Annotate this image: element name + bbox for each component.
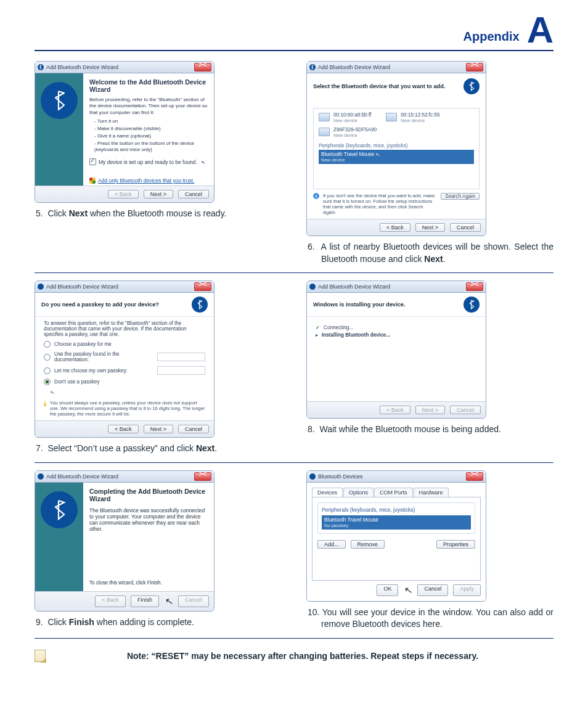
- passkey-warning: You should always use a passkey, unless …: [44, 400, 205, 417]
- group-label: Peripherals (keyboards, mice, joysticks): [322, 507, 471, 513]
- search-again-button[interactable]: Search Again: [441, 193, 480, 200]
- tab-com-ports[interactable]: COM Ports: [374, 488, 413, 497]
- back-button[interactable]: < Back: [108, 190, 139, 198]
- device-item-selected[interactable]: Bluetooth Travel Mouse No passkey: [322, 515, 471, 530]
- device-item[interactable]: 00:15:12:52:fc:55New device: [386, 112, 439, 123]
- cancel-button[interactable]: Cancel: [178, 425, 209, 433]
- device-item[interactable]: 00:10:60:a8:5b:ffNew device: [319, 112, 371, 123]
- titlebar: Add Bluetooth Device Wizard: [35, 471, 214, 483]
- device-category: Peripherals (keyboards, mice, joysticks): [319, 143, 474, 149]
- complete-intro: The Bluetooth device was successfully co…: [89, 507, 208, 532]
- next-button[interactable]: Next >: [144, 190, 173, 198]
- svg-point-3: [309, 284, 316, 290]
- add-button[interactable]: Add...: [317, 540, 346, 549]
- passkey-option-3[interactable]: Let me choose my own passkey:: [44, 366, 205, 375]
- device-list[interactable]: 00:10:60:a8:5b:ffNew device 00:15:12:52:…: [313, 108, 480, 189]
- cancel-button[interactable]: Cancel: [450, 223, 481, 232]
- page-header: Appendix A: [35, 12, 553, 47]
- step-8-cell: Add Bluetooth Device Wizard Windows is i…: [306, 280, 553, 455]
- wizard-body: Welcome to the Add Bluetooth Device Wiza…: [35, 73, 214, 186]
- passkey-input[interactable]: [157, 366, 205, 375]
- device-item[interactable]: Z96F329-5DF5A90New device: [319, 127, 474, 138]
- shield-icon: [89, 178, 96, 184]
- window-title: Add Bluetooth Device Wizard: [318, 64, 390, 70]
- step-10-text: 10. You will see your device in the wind…: [321, 607, 553, 631]
- cursor-icon: ↖: [164, 595, 174, 608]
- close-icon[interactable]: [466, 282, 483, 291]
- row-3: Add Bluetooth Device Wizard Completing t…: [35, 470, 553, 631]
- step-7-cell: Add Bluetooth Device Wizard Do you need …: [35, 280, 282, 455]
- close-icon[interactable]: [194, 472, 211, 481]
- tab-content: Peripherals (keyboards, mice, joysticks)…: [312, 497, 481, 581]
- step-5-text: 5. Click Next when the Bluetooth mouse i…: [49, 208, 282, 220]
- window-title: Add Bluetooth Device Wizard: [318, 284, 390, 290]
- radio-icon[interactable]: [44, 367, 51, 374]
- step-6-cell: Add Bluetooth Device Wizard Select the B…: [306, 61, 553, 265]
- close-icon[interactable]: [466, 63, 483, 72]
- wizard-content: Welcome to the Add Bluetooth Device Wiza…: [83, 73, 214, 186]
- search-hint: i If you don't see the device that you w…: [313, 193, 480, 215]
- dialog-commit-row: OK↖ Cancel Apply: [312, 584, 481, 596]
- cursor-icon: ↖: [49, 389, 55, 396]
- passkey-option-1[interactable]: Choose a passkey for me: [44, 341, 205, 348]
- titlebar: Add Bluetooth Device Wizard: [35, 62, 214, 73]
- wizard-buttons: < Back Next > Cancel: [307, 219, 486, 235]
- cancel-button[interactable]: Cancel: [417, 584, 448, 596]
- document-page: Appendix A Add Bluetooth Device Wizard: [0, 0, 588, 712]
- cursor-icon: ↖: [404, 584, 414, 597]
- ready-checkbox-row[interactable]: My device is set up and ready to be foun…: [89, 158, 208, 165]
- close-icon[interactable]: [194, 63, 211, 72]
- cursor-icon: ↖: [375, 150, 380, 157]
- device-item-selected[interactable]: Bluetooth Travel Mouse↖ New device: [319, 150, 474, 164]
- wizard-sidebar: [35, 73, 83, 186]
- bluetooth-corner-icon: [463, 78, 480, 94]
- step-6-text: 6. A list of nearby Bluetooth devices wi…: [321, 241, 553, 265]
- step-10-cell: Bluetooth Devices Devices Options COM Po…: [306, 470, 553, 631]
- checkbox-icon[interactable]: [89, 158, 96, 165]
- close-icon[interactable]: [194, 282, 211, 291]
- svg-point-5: [309, 473, 316, 480]
- radio-icon[interactable]: [44, 354, 51, 361]
- progress-item-done: ✓ Connecting...: [316, 324, 477, 330]
- back-button[interactable]: < Back: [108, 425, 139, 433]
- close-icon[interactable]: [466, 472, 483, 481]
- ok-button[interactable]: OK: [377, 584, 398, 596]
- passkey-question: Do you need a passkey to add your device…: [41, 301, 159, 308]
- passkey-input[interactable]: [157, 353, 205, 361]
- install-progress: ✓ Connecting... ▸ Installing Bluetooth d…: [307, 317, 486, 345]
- tab-devices[interactable]: Devices: [312, 488, 343, 497]
- bluetooth-icon: [38, 64, 44, 70]
- tab-hardware[interactable]: Hardware: [414, 488, 449, 497]
- passkey-option-4[interactable]: Don't use a passkey: [44, 379, 205, 385]
- bluetooth-large-icon: [41, 491, 78, 528]
- bluetooth-devices-dialog: Bluetooth Devices Devices Options COM Po…: [306, 470, 486, 602]
- row-separator: [35, 638, 553, 639]
- wizard-step-7: Add Bluetooth Device Wizard Do you need …: [35, 280, 214, 438]
- passkey-option-2[interactable]: Use the passkey found in the documentati…: [44, 351, 205, 362]
- tab-options[interactable]: Options: [343, 488, 374, 497]
- radio-icon[interactable]: [44, 341, 51, 348]
- svg-point-2: [38, 284, 44, 290]
- finish-button[interactable]: Finish: [131, 595, 159, 607]
- titlebar: Add Bluetooth Device Wizard: [307, 281, 486, 293]
- radio-icon[interactable]: [44, 379, 51, 385]
- next-button[interactable]: Next >: [144, 425, 173, 433]
- back-button[interactable]: < Back: [380, 223, 410, 232]
- properties-button[interactable]: Properties: [436, 540, 475, 549]
- wizard-sidebar: [35, 483, 83, 591]
- bluetooth-corner-icon: [463, 297, 480, 313]
- remove-button[interactable]: Remove: [351, 540, 385, 549]
- cancel-button: Cancel: [178, 595, 209, 607]
- wizard-step-9: Add Bluetooth Device Wizard Completing t…: [35, 470, 214, 612]
- cancel-button[interactable]: Cancel: [178, 190, 209, 198]
- wizard-heading: Welcome to the Add Bluetooth Device Wiza…: [89, 78, 208, 93]
- bluetooth-icon: [309, 473, 316, 480]
- passkey-question-row: Do you need a passkey to add your device…: [35, 293, 214, 317]
- bluetooth-icon: [38, 473, 44, 480]
- back-button: < Back: [380, 406, 410, 414]
- apply-button: Apply: [453, 584, 481, 596]
- trust-link[interactable]: Add only Bluetooth devices that you trus…: [89, 178, 208, 184]
- next-button[interactable]: Next >: [415, 223, 445, 232]
- titlebar: Add Bluetooth Device Wizard: [307, 62, 486, 73]
- wizard-intro: Before proceeding, refer to the "Bluetoo…: [89, 97, 208, 116]
